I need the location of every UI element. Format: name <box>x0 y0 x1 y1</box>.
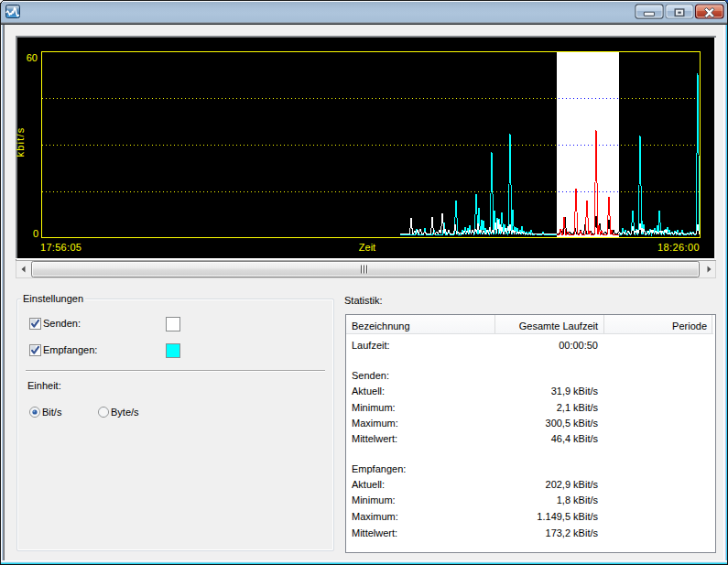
svg-text:18:26:00: 18:26:00 <box>657 242 700 253</box>
svg-text:60: 60 <box>27 52 38 63</box>
svg-text:17:56:05: 17:56:05 <box>40 242 81 253</box>
svg-text:kbit/s: kbit/s <box>16 127 26 158</box>
svg-text:0: 0 <box>33 228 38 239</box>
svg-text:Zeit: Zeit <box>359 242 375 253</box>
